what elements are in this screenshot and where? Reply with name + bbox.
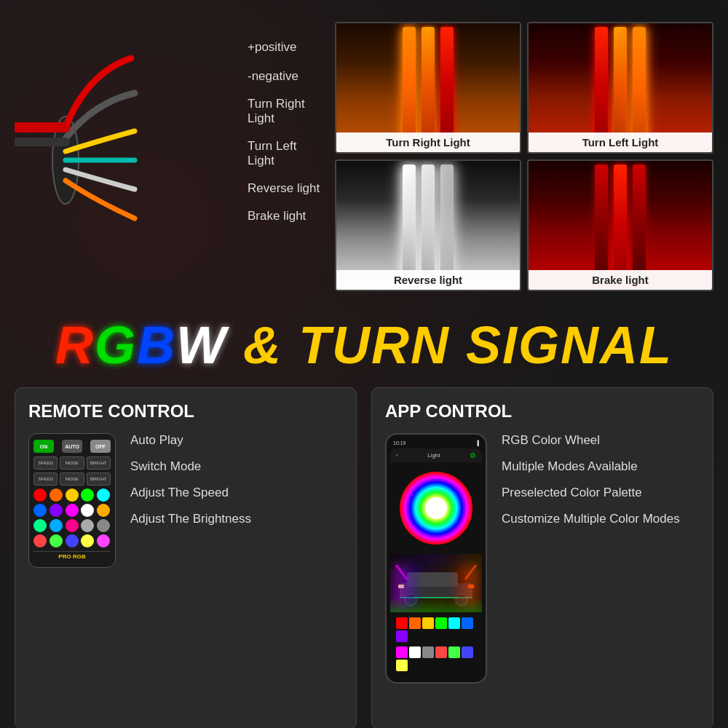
remote-panel: REMOTE CONTROL ON AUTO OFF SPEED MODE BR…	[15, 387, 357, 728]
color-purple[interactable]	[50, 504, 63, 517]
bottom-section: REMOTE CONTROL ON AUTO OFF SPEED MODE BR…	[0, 380, 728, 728]
phone-battery: ▐	[475, 440, 479, 446]
letter-r: R	[55, 316, 95, 374]
remote-panel-title: REMOTE CONTROL	[28, 401, 343, 422]
palette-purple[interactable]	[396, 630, 408, 642]
color-palette-row	[393, 615, 479, 644]
rgbw-text: RGBW & TURN SIGNAL	[0, 319, 728, 371]
strip-3	[633, 165, 646, 281]
feature-switch-mode: Switch Mode	[127, 459, 343, 474]
phone-app-bar: ‹ Light ⚙	[390, 448, 482, 462]
strip-1	[403, 165, 416, 281]
color-cyan[interactable]	[97, 488, 110, 502]
color-lightyellow[interactable]	[81, 534, 94, 547]
neon-ground	[390, 598, 482, 612]
wire-labels: +positive -negative Turn Right Light Tur…	[15, 22, 320, 223]
palette-magenta[interactable]	[396, 646, 408, 658]
remote-row-1: SPEED MODE BRIGHT	[33, 456, 111, 470]
app-content: 10:19 ▐ ‹ Light ⚙	[385, 433, 700, 684]
letter-b: B	[137, 316, 176, 374]
strip-1	[595, 27, 608, 143]
turn-left-label: Turn Left Light	[248, 139, 320, 168]
palette-white[interactable]	[409, 646, 421, 658]
palette-green[interactable]	[435, 617, 447, 629]
color-amber[interactable]	[97, 504, 110, 517]
color-red[interactable]	[33, 488, 47, 502]
color-lightgreen[interactable]	[50, 534, 63, 547]
brake-caption: Brake light	[529, 270, 712, 290]
wire-row-negative: -negative	[138, 69, 320, 84]
remote-row-2: SPEED MODE BRIGHT	[33, 472, 111, 486]
wiring-panel: +positive -negative Turn Right Light Tur…	[15, 15, 320, 298]
color-lightblue[interactable]	[66, 534, 79, 547]
main-content: +positive -negative Turn Right Light Tur…	[0, 0, 728, 728]
palette-lightyellow[interactable]	[396, 660, 408, 671]
turn-right-label: Turn Right Light	[248, 97, 320, 126]
color-palette-area	[390, 612, 482, 676]
app-panel-title: APP CONTROL	[385, 401, 700, 422]
color-magenta[interactable]	[66, 504, 79, 517]
remote-mode-button[interactable]: MODE	[60, 456, 84, 470]
reverse-caption: Reverse light	[336, 270, 520, 290]
palette-red[interactable]	[396, 617, 408, 629]
strip-1	[403, 27, 416, 143]
remote-speed-button[interactable]: SPEED	[33, 456, 58, 470]
app-back-btn[interactable]: ‹	[396, 452, 398, 459]
color-gray[interactable]	[97, 519, 110, 532]
palette-lightred[interactable]	[435, 646, 447, 658]
palette-blue[interactable]	[462, 617, 473, 629]
reverse-label: Reverse light	[248, 181, 320, 196]
color-wheel[interactable]	[400, 472, 472, 545]
color-green[interactable]	[81, 488, 94, 502]
color-mint[interactable]	[33, 519, 47, 532]
app-panel: APP CONTROL 10:19 ▐ ‹ Light ⚙	[371, 387, 713, 728]
palette-orange[interactable]	[409, 617, 421, 629]
turn-left-caption: Turn Left Light	[529, 132, 712, 152]
remote-colors-grid	[33, 488, 111, 547]
app-features-list: RGB Color Wheel Multiple Modes Available…	[499, 433, 700, 538]
app-title-text: Light	[427, 452, 440, 459]
palette-lightgreen[interactable]	[448, 646, 460, 658]
remote-features-list: Auto Play Switch Mode Adjust The Speed A…	[127, 433, 343, 538]
color-rose[interactable]	[66, 519, 79, 532]
remote-bright2-button[interactable]: BRIGHT	[87, 472, 111, 486]
brake-light-cell: Brake light	[527, 159, 713, 291]
feature-auto-play: Auto Play	[127, 433, 343, 448]
brake-strips	[595, 165, 646, 281]
palette-yellow[interactable]	[422, 617, 434, 629]
color-white[interactable]	[81, 504, 94, 517]
color-sky[interactable]	[50, 519, 63, 532]
turn-right-strips	[403, 27, 454, 143]
palette-cyan[interactable]	[448, 617, 460, 629]
strip-2	[614, 27, 627, 143]
top-section: +positive -negative Turn Right Light Tur…	[0, 0, 728, 313]
palette-lightblue[interactable]	[462, 646, 473, 658]
remote-off-button[interactable]: OFF	[90, 440, 111, 453]
remote-bright-button[interactable]: BRIGHT	[87, 456, 111, 470]
color-wheel-container	[390, 462, 482, 554]
remote-visual: ON AUTO OFF SPEED MODE BRIGHT SPEED MODE…	[28, 433, 116, 568]
strip-2	[422, 165, 435, 281]
strip-3	[440, 27, 454, 143]
turn-signal-text: & TURN SIGNAL	[227, 316, 673, 374]
remote-on-button[interactable]: ON	[33, 440, 54, 453]
turn-right-light-cell: Turn Right Light	[335, 22, 521, 154]
strip-3	[633, 27, 646, 143]
color-silver[interactable]	[81, 519, 94, 532]
letter-g: G	[95, 316, 137, 374]
palette-gray[interactable]	[422, 646, 434, 658]
color-pink[interactable]	[97, 534, 110, 547]
color-blue[interactable]	[33, 504, 47, 517]
remote-auto-button[interactable]: AUTO	[62, 440, 82, 453]
remote-mode2-button[interactable]: MODE	[60, 472, 84, 486]
color-yellow[interactable]	[66, 488, 79, 502]
color-orange[interactable]	[50, 488, 63, 502]
feature-adjust-brightness: Adjust The Brightness	[127, 512, 343, 526]
remote-speed2-button[interactable]: SPEED	[33, 472, 58, 486]
feature-color-palette: Preselected Color Palette	[499, 486, 700, 500]
negative-label: -negative	[248, 69, 298, 84]
color-lightred[interactable]	[33, 534, 47, 547]
remote-top-buttons: ON AUTO OFF	[33, 440, 111, 453]
phone-visual: 10:19 ▐ ‹ Light ⚙	[385, 433, 487, 684]
color-palette-row-2	[393, 644, 479, 673]
